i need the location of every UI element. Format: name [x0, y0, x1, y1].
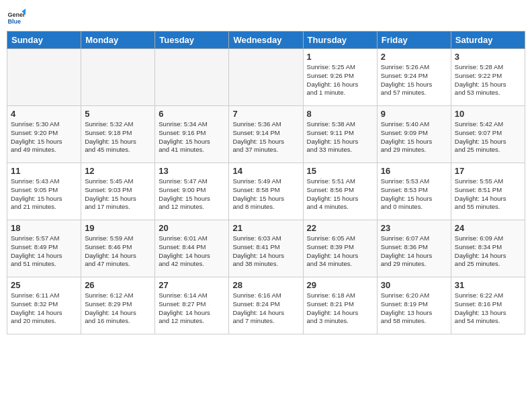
day-info: Sunrise: 5:30 AM Sunset: 9:20 PM Dayligh…: [11, 120, 77, 154]
day-cell: 4Sunrise: 5:30 AM Sunset: 9:20 PM Daylig…: [7, 106, 81, 163]
day-number: 7: [232, 109, 299, 119]
day-cell: 19Sunrise: 5:59 AM Sunset: 8:46 PM Dayli…: [81, 220, 155, 277]
day-cell: 9Sunrise: 5:40 AM Sunset: 9:09 PM Daylig…: [377, 106, 451, 163]
day-number: 6: [159, 109, 225, 119]
day-cell: 5Sunrise: 5:32 AM Sunset: 9:18 PM Daylig…: [81, 106, 155, 163]
col-header-wednesday: Wednesday: [229, 32, 303, 49]
col-header-saturday: Saturday: [451, 32, 525, 49]
day-number: 2: [381, 52, 447, 62]
day-info: Sunrise: 5:49 AM Sunset: 8:58 PM Dayligh…: [232, 177, 299, 212]
day-cell: 17Sunrise: 5:55 AM Sunset: 8:51 PM Dayli…: [451, 163, 525, 220]
day-cell: 11Sunrise: 5:43 AM Sunset: 9:05 PM Dayli…: [7, 163, 81, 220]
day-number: 31: [455, 280, 521, 290]
col-header-monday: Monday: [81, 32, 155, 49]
day-number: 25: [11, 280, 77, 290]
day-info: Sunrise: 5:59 AM Sunset: 8:46 PM Dayligh…: [85, 234, 151, 269]
day-number: 21: [232, 223, 299, 233]
day-info: Sunrise: 6:07 AM Sunset: 8:36 PM Dayligh…: [381, 234, 447, 269]
day-info: Sunrise: 5:34 AM Sunset: 9:16 PM Dayligh…: [159, 120, 225, 154]
day-info: Sunrise: 5:25 AM Sunset: 9:26 PM Dayligh…: [307, 63, 373, 97]
day-cell: 3Sunrise: 5:28 AM Sunset: 9:22 PM Daylig…: [451, 49, 525, 106]
day-cell: 25Sunrise: 6:11 AM Sunset: 8:32 PM Dayli…: [7, 277, 81, 334]
day-info: Sunrise: 5:38 AM Sunset: 9:11 PM Dayligh…: [307, 120, 373, 154]
day-cell: 27Sunrise: 6:14 AM Sunset: 8:27 PM Dayli…: [155, 277, 229, 334]
day-cell: 8Sunrise: 5:38 AM Sunset: 9:11 PM Daylig…: [303, 106, 377, 163]
day-number: 30: [381, 280, 447, 290]
day-number: 15: [307, 166, 373, 176]
day-cell: 2Sunrise: 5:26 AM Sunset: 9:24 PM Daylig…: [377, 49, 451, 106]
col-header-tuesday: Tuesday: [155, 32, 229, 49]
day-info: Sunrise: 5:45 AM Sunset: 9:03 PM Dayligh…: [85, 177, 151, 212]
day-number: 24: [455, 223, 521, 233]
week-row-2: 4Sunrise: 5:30 AM Sunset: 9:20 PM Daylig…: [7, 106, 525, 163]
day-number: 14: [232, 166, 299, 176]
day-info: Sunrise: 6:20 AM Sunset: 8:19 PM Dayligh…: [381, 291, 447, 326]
day-number: 18: [11, 223, 77, 233]
day-number: 27: [159, 280, 225, 290]
day-info: Sunrise: 5:53 AM Sunset: 8:53 PM Dayligh…: [381, 177, 447, 212]
calendar-table: SundayMondayTuesdayWednesdayThursdayFrid…: [7, 31, 525, 334]
day-info: Sunrise: 6:01 AM Sunset: 8:44 PM Dayligh…: [159, 234, 225, 269]
day-number: 26: [85, 280, 151, 290]
col-header-thursday: Thursday: [303, 32, 377, 49]
day-number: 5: [85, 109, 151, 119]
logo-icon: General Blue: [7, 7, 26, 26]
day-number: 16: [381, 166, 447, 176]
day-cell: [229, 49, 303, 106]
day-number: 13: [159, 166, 225, 176]
day-cell: [7, 49, 81, 106]
day-cell: 22Sunrise: 6:05 AM Sunset: 8:39 PM Dayli…: [303, 220, 377, 277]
day-info: Sunrise: 6:16 AM Sunset: 8:24 PM Dayligh…: [232, 291, 299, 326]
day-info: Sunrise: 6:05 AM Sunset: 8:39 PM Dayligh…: [307, 234, 373, 269]
day-number: 11: [11, 166, 77, 176]
day-number: 29: [307, 280, 373, 290]
day-info: Sunrise: 5:55 AM Sunset: 8:51 PM Dayligh…: [455, 177, 521, 212]
day-info: Sunrise: 6:22 AM Sunset: 8:16 PM Dayligh…: [455, 291, 521, 326]
week-row-4: 18Sunrise: 5:57 AM Sunset: 8:49 PM Dayli…: [7, 220, 525, 277]
day-number: 8: [307, 109, 373, 119]
week-row-1: 1Sunrise: 5:25 AM Sunset: 9:26 PM Daylig…: [7, 49, 525, 106]
day-info: Sunrise: 6:09 AM Sunset: 8:34 PM Dayligh…: [455, 234, 521, 269]
day-info: Sunrise: 5:40 AM Sunset: 9:09 PM Dayligh…: [381, 120, 447, 154]
day-cell: 24Sunrise: 6:09 AM Sunset: 8:34 PM Dayli…: [451, 220, 525, 277]
day-info: Sunrise: 5:51 AM Sunset: 8:56 PM Dayligh…: [307, 177, 373, 212]
day-info: Sunrise: 5:28 AM Sunset: 9:22 PM Dayligh…: [455, 63, 521, 97]
day-number: 19: [85, 223, 151, 233]
day-cell: [81, 49, 155, 106]
day-cell: 21Sunrise: 6:03 AM Sunset: 8:41 PM Dayli…: [229, 220, 303, 277]
logo: General Blue: [7, 7, 27, 26]
day-cell: 7Sunrise: 5:36 AM Sunset: 9:14 PM Daylig…: [229, 106, 303, 163]
day-number: 9: [381, 109, 447, 119]
day-cell: 14Sunrise: 5:49 AM Sunset: 8:58 PM Dayli…: [229, 163, 303, 220]
day-number: 10: [455, 109, 521, 119]
day-info: Sunrise: 5:43 AM Sunset: 9:05 PM Dayligh…: [11, 177, 77, 212]
day-number: 20: [159, 223, 225, 233]
day-number: 22: [307, 223, 373, 233]
svg-text:Blue: Blue: [7, 18, 21, 25]
day-info: Sunrise: 6:03 AM Sunset: 8:41 PM Dayligh…: [232, 234, 299, 269]
day-info: Sunrise: 5:47 AM Sunset: 9:00 PM Dayligh…: [159, 177, 225, 212]
col-header-sunday: Sunday: [7, 32, 81, 49]
day-number: 23: [381, 223, 447, 233]
day-cell: 13Sunrise: 5:47 AM Sunset: 9:00 PM Dayli…: [155, 163, 229, 220]
day-info: Sunrise: 5:36 AM Sunset: 9:14 PM Dayligh…: [232, 120, 299, 154]
col-header-friday: Friday: [377, 32, 451, 49]
day-cell: [155, 49, 229, 106]
day-cell: 26Sunrise: 6:12 AM Sunset: 8:29 PM Dayli…: [81, 277, 155, 334]
day-number: 3: [455, 52, 521, 62]
header: General Blue: [7, 7, 525, 26]
header-row: SundayMondayTuesdayWednesdayThursdayFrid…: [7, 32, 525, 49]
day-cell: 31Sunrise: 6:22 AM Sunset: 8:16 PM Dayli…: [451, 277, 525, 334]
week-row-3: 11Sunrise: 5:43 AM Sunset: 9:05 PM Dayli…: [7, 163, 525, 220]
day-cell: 16Sunrise: 5:53 AM Sunset: 8:53 PM Dayli…: [377, 163, 451, 220]
day-cell: 23Sunrise: 6:07 AM Sunset: 8:36 PM Dayli…: [377, 220, 451, 277]
day-info: Sunrise: 6:14 AM Sunset: 8:27 PM Dayligh…: [159, 291, 225, 326]
day-info: Sunrise: 5:42 AM Sunset: 9:07 PM Dayligh…: [455, 120, 521, 154]
day-info: Sunrise: 6:11 AM Sunset: 8:32 PM Dayligh…: [11, 291, 77, 326]
day-info: Sunrise: 5:32 AM Sunset: 9:18 PM Dayligh…: [85, 120, 151, 154]
day-number: 12: [85, 166, 151, 176]
day-cell: 18Sunrise: 5:57 AM Sunset: 8:49 PM Dayli…: [7, 220, 81, 277]
day-cell: 6Sunrise: 5:34 AM Sunset: 9:16 PM Daylig…: [155, 106, 229, 163]
day-info: Sunrise: 6:18 AM Sunset: 8:21 PM Dayligh…: [307, 291, 373, 326]
day-info: Sunrise: 5:57 AM Sunset: 8:49 PM Dayligh…: [11, 234, 77, 269]
